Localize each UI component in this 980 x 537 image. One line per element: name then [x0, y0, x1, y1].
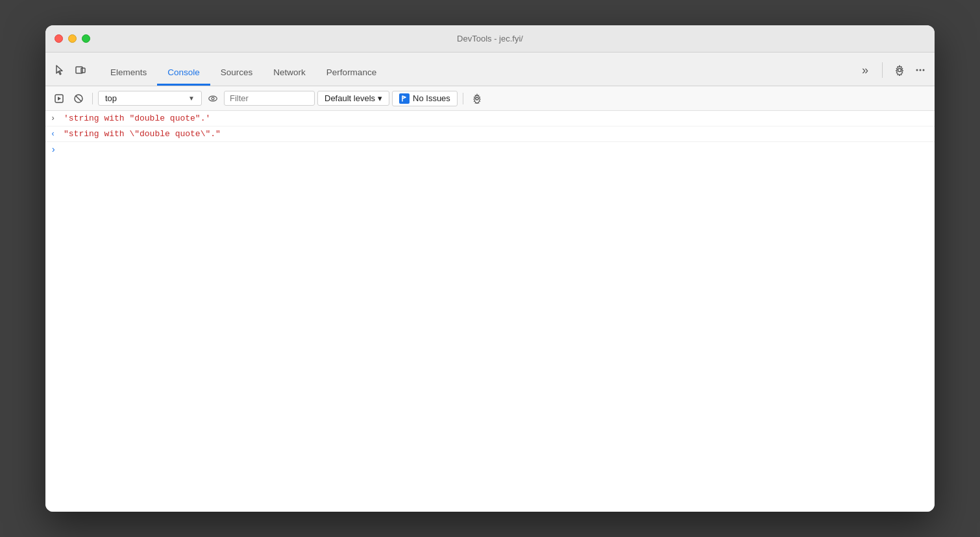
svg-point-12: [476, 97, 478, 100]
three-dots-icon: [914, 64, 926, 76]
filter-input[interactable]: [224, 91, 315, 106]
issues-label: No Issues: [413, 93, 450, 103]
svg-rect-1: [81, 68, 85, 73]
cursor-line[interactable]: ›: [45, 142, 935, 158]
cursor-prompt: ›: [51, 145, 56, 155]
tab-performance[interactable]: Performance: [316, 62, 387, 86]
tabs-list: Elements Console Sources Network Perform…: [100, 62, 856, 86]
title-bar: DevTools - jec.fyi/: [45, 25, 935, 53]
console-line-1: › 'string with "double quote".': [45, 111, 935, 126]
clear-console-button[interactable]: [70, 90, 87, 107]
tab-bar: Elements Console Sources Network Perform…: [45, 53, 935, 86]
tab-network[interactable]: Network: [263, 62, 316, 86]
console-content: › 'string with "double quote".' ‹ "strin…: [45, 111, 935, 512]
input-arrow-1[interactable]: ›: [51, 113, 60, 123]
cursor-icon: [54, 64, 66, 76]
issues-button[interactable]: No Issues: [392, 91, 458, 106]
devtools-window: DevTools - jec.fyi/ Elements: [45, 25, 935, 512]
eye-icon: [208, 94, 217, 103]
cursor-tool-button[interactable]: [51, 61, 69, 79]
play-icon: [54, 93, 64, 104]
gear-icon: [894, 64, 905, 76]
close-button[interactable]: [55, 34, 63, 43]
more-options-button[interactable]: [911, 61, 929, 79]
svg-marker-7: [58, 97, 61, 101]
window-title: DevTools - jec.fyi/: [457, 34, 523, 43]
context-selector[interactable]: top ▼: [98, 91, 202, 106]
more-tabs-button[interactable]: »: [856, 61, 874, 79]
eye-button[interactable]: [204, 90, 221, 107]
tab-bar-tools: [51, 61, 90, 86]
console-text-2: "string with \"double quote\".": [64, 129, 221, 139]
gear-toolbar-icon: [472, 93, 482, 104]
issues-icon: [399, 93, 410, 104]
tab-bar-divider: [882, 62, 883, 78]
device-toggle-button[interactable]: [71, 61, 90, 79]
play-button[interactable]: [51, 90, 67, 107]
toolbar-divider-2: [463, 93, 463, 104]
levels-button[interactable]: Default levels ▾: [317, 91, 389, 106]
context-value: top: [105, 93, 117, 103]
svg-point-4: [920, 69, 922, 71]
flag-icon: [401, 95, 408, 102]
context-arrow: ▼: [188, 95, 195, 102]
tab-bar-right: »: [856, 61, 929, 86]
console-settings-button[interactable]: [469, 90, 485, 107]
console-line-2: ‹ "string with \"double quote\".": [45, 126, 935, 142]
settings-button[interactable]: [890, 61, 909, 79]
tab-sources[interactable]: Sources: [210, 62, 263, 86]
tab-console[interactable]: Console: [157, 62, 210, 86]
svg-point-2: [898, 69, 901, 72]
svg-point-11: [212, 97, 214, 100]
tab-elements[interactable]: Elements: [100, 62, 157, 86]
svg-point-10: [209, 96, 217, 101]
minimize-button[interactable]: [68, 34, 77, 43]
svg-point-5: [923, 69, 925, 71]
toolbar-divider-1: [92, 93, 93, 104]
output-arrow-2[interactable]: ‹: [51, 129, 60, 139]
svg-line-9: [76, 95, 82, 101]
levels-arrow: ▾: [378, 93, 382, 103]
block-icon: [73, 93, 84, 104]
levels-label: Default levels: [325, 93, 375, 103]
console-toolbar: top ▼ Default levels ▾ No Issues: [45, 86, 935, 111]
traffic-lights: [55, 34, 90, 43]
console-text-1: 'string with "double quote".': [64, 113, 210, 123]
svg-point-3: [916, 69, 918, 71]
device-icon: [75, 64, 86, 76]
maximize-button[interactable]: [82, 34, 90, 43]
